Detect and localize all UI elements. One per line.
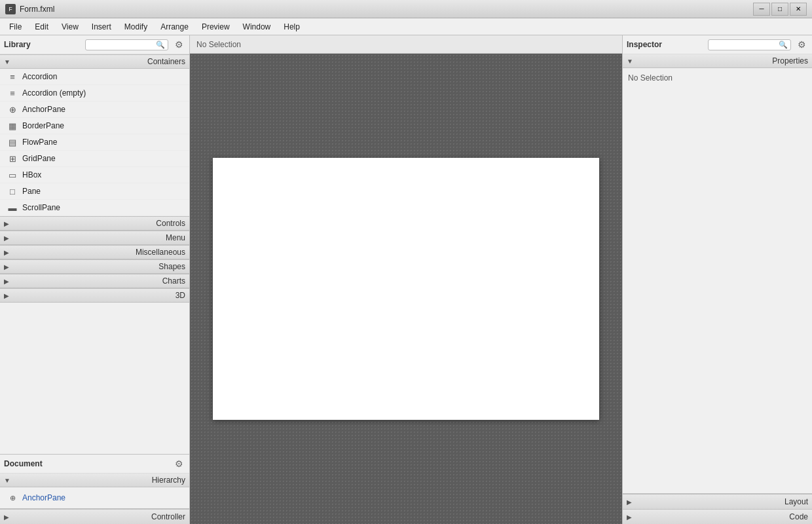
search-icon: 🔍	[156, 41, 165, 49]
library-search-input[interactable]	[88, 41, 157, 48]
list-item[interactable]: □ Pane	[0, 183, 189, 200]
document-header: Document ⚙	[0, 455, 189, 474]
section-controls[interactable]: ▶ Controls	[0, 216, 189, 231]
scrollpane-icon: ▬	[7, 202, 18, 214]
item-label: Pane	[22, 187, 41, 196]
library-content: ▼ Containers ≡ Accordion ≡ Accordion (em…	[0, 54, 189, 454]
section-containers[interactable]: ▼ Containers	[0, 54, 189, 69]
item-label: HBox	[22, 170, 41, 179]
menu-modify[interactable]: Modify	[118, 20, 154, 33]
borderpane-icon: ▦	[7, 120, 18, 132]
menu-edit[interactable]: Edit	[28, 20, 55, 33]
misc-arrow-icon: ▶	[4, 249, 9, 256]
design-canvas[interactable]	[213, 158, 599, 420]
list-item[interactable]: ▬ ScrollPane	[0, 200, 189, 216]
item-label: AnchorPane	[22, 105, 65, 114]
controls-label: Controls	[12, 219, 185, 228]
section-miscellaneous[interactable]: ▶ Miscellaneous	[0, 245, 189, 259]
center-panel: No Selection	[190, 35, 622, 524]
library-search-box[interactable]: 🔍	[85, 39, 169, 50]
item-label: GridPane	[22, 154, 56, 163]
menu-preview[interactable]: Preview	[195, 20, 236, 33]
titlebar: F Form.fxml ─ □ ✕	[0, 0, 812, 18]
properties-content: No Selection	[623, 68, 812, 493]
right-bottom: ▶ Layout ▶ Code	[623, 493, 812, 524]
list-item[interactable]: ⊞ GridPane	[0, 151, 189, 167]
hbox-icon: ▭	[7, 169, 18, 181]
hierarchy-header[interactable]: ▼ Hierarchy	[0, 474, 189, 487]
main-layout: Library 🔍 ⚙ ▼ Containers ≡ Accordion	[0, 35, 812, 524]
section-menu[interactable]: ▶ Menu	[0, 231, 189, 245]
hierarchy-item-label: AnchorPane	[22, 493, 65, 502]
section-charts[interactable]: ▶ Charts	[0, 274, 189, 288]
gridpane-icon: ⊞	[7, 153, 18, 164]
properties-arrow-icon: ▼	[627, 58, 633, 65]
misc-label: Miscellaneous	[12, 248, 185, 257]
right-panel: Inspector 🔍 ⚙ ▼ Properties No Selection …	[622, 35, 812, 524]
close-button[interactable]: ✕	[790, 3, 807, 16]
menu-help[interactable]: Help	[277, 20, 306, 33]
hierarchy-label: Hierarchy	[13, 476, 185, 485]
section-3d[interactable]: ▶ 3D	[0, 288, 189, 303]
hierarchy-arrow-icon: ▼	[4, 477, 10, 484]
library-gear-button[interactable]: ⚙	[172, 38, 185, 51]
list-item[interactable]: ▦ BorderPane	[0, 118, 189, 134]
list-item[interactable]: ▤ FlowPane	[0, 134, 189, 151]
inspector-title: Inspector	[627, 40, 704, 49]
section-shapes[interactable]: ▶ Shapes	[0, 259, 189, 274]
item-label: BorderPane	[22, 121, 64, 130]
canvas-area[interactable]	[190, 54, 622, 524]
inspector-search-box[interactable]: 🔍	[708, 39, 792, 50]
list-item[interactable]: ≡ Accordion (empty)	[0, 85, 189, 102]
menu-window[interactable]: Window	[236, 20, 278, 33]
controls-arrow-icon: ▶	[4, 220, 9, 227]
menu-file[interactable]: File	[3, 20, 28, 33]
code-tab[interactable]: ▶ Code	[623, 509, 812, 524]
pane-icon: □	[7, 185, 18, 197]
library-title: Library	[4, 40, 81, 49]
hierarchy-content: ⊕ AnchorPane	[0, 487, 189, 508]
window-title: Form.fxml	[20, 5, 753, 14]
properties-label: Properties	[636, 56, 808, 66]
item-label: Accordion	[22, 72, 57, 81]
menubar: File Edit View Insert Modify Arrange Pre…	[0, 18, 812, 35]
restore-button[interactable]: □	[771, 3, 788, 16]
menu-arrow-icon: ▶	[4, 234, 9, 242]
charts-arrow-icon: ▶	[4, 278, 9, 285]
library-header: Library 🔍 ⚙	[0, 35, 189, 54]
anchorpane-icon: ⊕	[7, 103, 18, 115]
controller-header[interactable]: ▶ Controller	[0, 509, 189, 524]
inspector-header: Inspector 🔍 ⚙	[623, 35, 812, 54]
flowpane-icon: ▤	[7, 136, 18, 148]
containers-label: Containers	[13, 57, 185, 66]
layout-tab[interactable]: ▶ Layout	[623, 494, 812, 509]
item-label: Accordion (empty)	[22, 88, 86, 98]
controller-section: ▶ Controller	[0, 508, 189, 524]
layout-arrow-icon: ▶	[627, 498, 632, 506]
menu-insert[interactable]: Insert	[85, 20, 118, 33]
list-item[interactable]: ⊕ AnchorPane	[0, 102, 189, 118]
library-scroll-wrapper: ▼ Containers ≡ Accordion ≡ Accordion (em…	[0, 54, 189, 454]
code-arrow-icon: ▶	[627, 514, 632, 521]
menu-view[interactable]: View	[55, 20, 85, 33]
layout-label: Layout	[635, 497, 808, 506]
inspector-search-input[interactable]	[711, 41, 779, 48]
list-item[interactable]: ▭ HBox	[0, 167, 189, 183]
list-item[interactable]: ≡ Accordion	[0, 69, 189, 85]
hierarchy-item[interactable]: ⊕ AnchorPane	[3, 490, 187, 506]
controller-arrow-icon: ▶	[4, 514, 9, 521]
inspector-gear-button[interactable]: ⚙	[795, 38, 808, 51]
minimize-button[interactable]: ─	[753, 3, 770, 16]
item-label: FlowPane	[22, 138, 57, 147]
accordion-icon: ≡	[7, 71, 18, 83]
left-panel: Library 🔍 ⚙ ▼ Containers ≡ Accordion	[0, 35, 190, 524]
threed-label: 3D	[12, 291, 185, 300]
document-gear-button[interactable]: ⚙	[172, 457, 185, 470]
no-selection-label: No Selection	[196, 40, 241, 49]
document-title: Document	[4, 459, 172, 468]
code-label: Code	[635, 512, 808, 521]
hierarchy-anchorpane-icon: ⊕	[7, 492, 18, 504]
menu-arrange[interactable]: Arrange	[154, 20, 195, 33]
charts-label: Charts	[12, 276, 185, 286]
properties-header[interactable]: ▼ Properties	[623, 54, 812, 68]
